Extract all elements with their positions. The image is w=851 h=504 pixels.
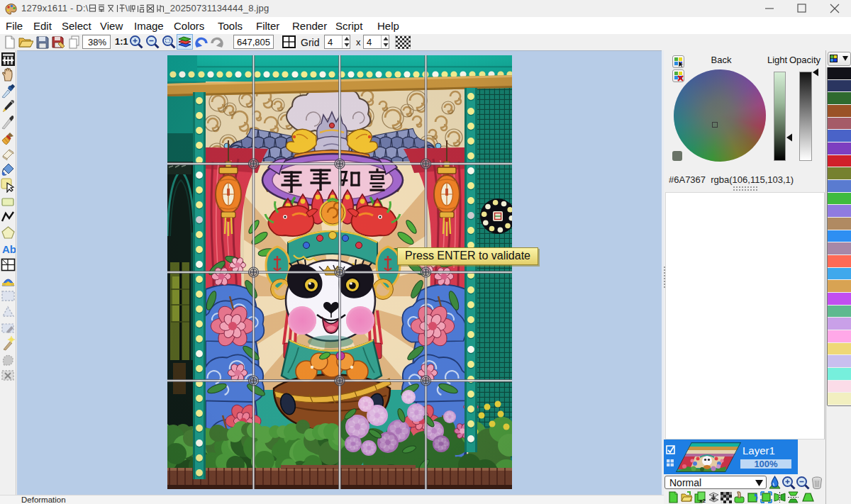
svg-text:Ab: Ab xyxy=(2,243,16,255)
svg-text:x2: x2 xyxy=(699,498,706,503)
